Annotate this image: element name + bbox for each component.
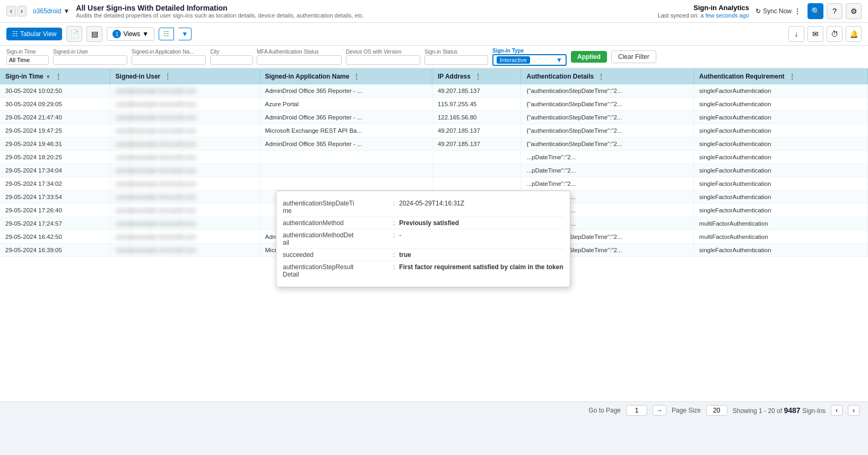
tooltip-sep-1: : bbox=[389, 200, 399, 207]
filter-signin-type-value[interactable]: Interactive ▼ bbox=[492, 54, 567, 66]
table-cell: 29-05-2024 17:33:54 bbox=[0, 191, 110, 204]
sort-icon-time[interactable]: ▼ bbox=[46, 74, 51, 80]
table-cell: 122.165.56.80 bbox=[432, 111, 521, 124]
signin-type-dropdown-arrow: ▼ bbox=[556, 56, 562, 64]
table-cell: multiFactorAuthentication bbox=[693, 230, 867, 244]
alert-btn[interactable]: ⏱ bbox=[827, 26, 843, 42]
prev-page-btn[interactable]: ‹ bbox=[831, 405, 843, 416]
table-cell: {"authenticationStepDateTime":"2... bbox=[521, 111, 693, 124]
table-cell: singleFactorAuthentication bbox=[693, 244, 867, 257]
views-label: Views bbox=[123, 30, 140, 38]
table-row[interactable]: 29-05-2024 18:20:25user@example.microsof… bbox=[0, 151, 868, 164]
filter-city-select[interactable] bbox=[210, 55, 253, 65]
pagination-bar: Go to Page → Page Size Showing 1 - 20 of… bbox=[0, 401, 868, 419]
page-go-btn[interactable]: → bbox=[653, 405, 666, 416]
table-cell: 30-05-2024 10:02:50 bbox=[0, 84, 110, 98]
toolbar: ☷ Tabular View 📄 ▤ 1 Views ▼ ☷ ▼ ↓ ✉ ⏱ 🔔 bbox=[0, 23, 868, 46]
tooltip-val-3: - bbox=[399, 231, 401, 239]
table-cell: user@example.microsoft.com bbox=[110, 217, 259, 230]
page-subtitle: Audits the detailed properties of user s… bbox=[76, 12, 637, 19]
export-view-btn[interactable]: 📄 bbox=[66, 26, 82, 42]
table-cell: ...pDateTime":"2... bbox=[521, 164, 693, 177]
table-cell: singleFactorAuthentication bbox=[693, 138, 867, 151]
table-cell: 30-05-2024 09:29:05 bbox=[0, 98, 110, 111]
tooltip-val-1: 2024-05-29T14:16:31Z bbox=[399, 200, 464, 207]
table-row[interactable]: 30-05-2024 09:29:05user@example.microsof… bbox=[0, 98, 868, 111]
settings-btn[interactable]: ⚙ bbox=[846, 3, 862, 19]
filter-app-name-select[interactable] bbox=[132, 55, 206, 65]
filter-device-os-select[interactable] bbox=[346, 55, 420, 65]
col-menu-ip[interactable]: ⋮ bbox=[475, 73, 481, 80]
chart-view-btn[interactable]: ▤ bbox=[86, 26, 102, 42]
filter-app-name: Signed-in Application Na... bbox=[132, 49, 206, 65]
table-row[interactable]: 30-05-2024 10:02:50user@example.microsof… bbox=[0, 84, 868, 98]
notification-btn[interactable]: 🔔 bbox=[846, 26, 862, 42]
filter-app-name-label: Signed-in Application Na... bbox=[132, 49, 206, 55]
filters-row: Sign-in Time All Time Signed-in User Sig… bbox=[0, 46, 868, 68]
col-menu-req[interactable]: ⋮ bbox=[789, 73, 795, 80]
table-container: Sign-in Time ▼ ⋮ Signed-in User ⋮ Signed… bbox=[0, 68, 868, 401]
email-btn[interactable]: ✉ bbox=[808, 26, 823, 42]
page-size-input[interactable] bbox=[706, 405, 727, 416]
col-menu-time[interactable]: ⋮ bbox=[55, 73, 62, 80]
table-cell: 29-05-2024 16:42:50 bbox=[0, 230, 110, 244]
col-menu-app[interactable]: ⋮ bbox=[353, 73, 360, 80]
filter-mfa-select[interactable] bbox=[257, 55, 342, 65]
filter-dropdown-btn[interactable]: ▼ bbox=[178, 28, 192, 40]
filter-signed-user-select[interactable] bbox=[53, 55, 127, 65]
nav-forward[interactable]: › bbox=[17, 6, 27, 16]
col-menu-auth[interactable]: ⋮ bbox=[598, 73, 604, 80]
tabular-view-btn[interactable]: ☷ Tabular View bbox=[6, 28, 62, 40]
filter-signin-status: Sign-in Status bbox=[424, 49, 488, 65]
table-cell: user@example.microsoft.com bbox=[110, 204, 259, 217]
table-row[interactable]: 29-05-2024 19:46:31user@example.microsof… bbox=[0, 138, 868, 151]
nav-back[interactable]: ‹ bbox=[6, 6, 16, 16]
table-cell: {"authenticationStepDateTime":"2... bbox=[521, 84, 693, 98]
table-row[interactable]: 29-05-2024 21:47:40user@example.microsof… bbox=[0, 111, 868, 124]
tooltip-val-5: First factor requirement satisfied by cl… bbox=[399, 263, 563, 271]
more-options-btn[interactable]: ⋮ bbox=[794, 7, 801, 15]
signin-type-tag: Interactive bbox=[497, 56, 530, 64]
table-cell: 29-05-2024 17:34:04 bbox=[0, 164, 110, 177]
tabular-view-label: Tabular View bbox=[20, 30, 56, 38]
download-btn[interactable]: ↓ bbox=[788, 26, 804, 42]
views-arrow: ▼ bbox=[142, 30, 149, 38]
next-page-btn[interactable]: › bbox=[848, 405, 860, 416]
th-signin-time: Sign-in Time ▼ ⋮ bbox=[0, 68, 110, 84]
filter-city: City bbox=[210, 49, 253, 65]
help-btn[interactable]: ? bbox=[827, 3, 843, 19]
table-row[interactable]: 29-05-2024 17:34:02user@example.microsof… bbox=[0, 177, 868, 191]
top-bar: ‹ › o365droid ▼ All User Sign-ins With D… bbox=[0, 0, 868, 23]
tooltip-key-4: succeeded bbox=[283, 251, 389, 259]
th-ip: IP Address ⋮ bbox=[432, 68, 521, 84]
breadcrumb-text[interactable]: o365droid bbox=[33, 7, 61, 15]
views-btn[interactable]: 1 Views ▼ bbox=[107, 27, 154, 41]
table-cell: singleFactorAuthentication bbox=[693, 191, 867, 204]
filter-btn[interactable]: ☷ bbox=[159, 28, 174, 40]
filter-city-label: City bbox=[210, 49, 253, 55]
showing-text: Showing 1 - 20 of 9487 Sign-Ins bbox=[733, 406, 826, 415]
applied-button[interactable]: Applied bbox=[571, 51, 607, 63]
table-cell: singleFactorAuthentication bbox=[693, 111, 867, 124]
table-cell: Microsoft Exchange REST API Ba... bbox=[259, 124, 432, 138]
filter-signin-time-select[interactable]: All Time bbox=[6, 55, 49, 65]
table-cell bbox=[259, 164, 432, 177]
table-cell: user@example.microsoft.com bbox=[110, 84, 259, 98]
title-block: All User Sign-ins With Detailed Informat… bbox=[76, 4, 637, 19]
table-cell: {"authenticationStepDateTime":"2... bbox=[521, 124, 693, 138]
table-cell: singleFactorAuthentication bbox=[693, 151, 867, 164]
table-row[interactable]: 29-05-2024 17:34:04user@example.microsof… bbox=[0, 164, 868, 177]
filter-signin-status-label: Sign-in Status bbox=[424, 49, 488, 55]
table-cell: 29-05-2024 18:20:25 bbox=[0, 151, 110, 164]
signin-type-padding bbox=[532, 57, 554, 63]
tooltip-key-1: authenticationStepDateTime bbox=[283, 200, 389, 214]
th-ip-label: IP Address bbox=[438, 73, 471, 80]
filter-signin-status-select[interactable] bbox=[424, 55, 488, 65]
page-number-input[interactable] bbox=[626, 405, 647, 416]
sync-now-button[interactable]: Sync Now bbox=[763, 7, 792, 15]
table-row[interactable]: 29-05-2024 19:47:25user@example.microsof… bbox=[0, 124, 868, 138]
clear-filter-button[interactable]: Clear Filter bbox=[611, 50, 656, 63]
table-cell: user@example.microsoft.com bbox=[110, 244, 259, 257]
search-btn[interactable]: 🔍 bbox=[808, 3, 823, 19]
col-menu-user[interactable]: ⋮ bbox=[164, 73, 171, 80]
